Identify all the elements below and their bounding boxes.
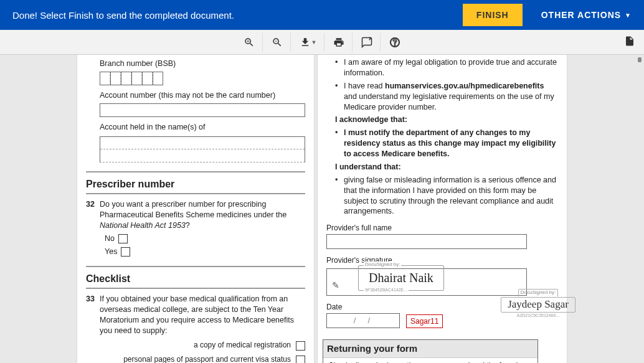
completion-message: Done! Select Finish to send the complete… [12,10,463,21]
side-signature: DocuSigned by: Jaydeep Sagar A2D21C5C351… [501,286,575,318]
download-icon [300,37,311,48]
understand-heading: I understand that: [335,162,558,172]
account-number-label: Account number (this may not be the card… [100,90,305,101]
docusign-tag: DocuSigned by: [364,262,401,268]
document-viewport[interactable]: Branch number (BSB) Account number (this… [0,55,644,363]
pen-icon: ✎ [332,280,339,291]
declaration-block: •I am aware of my legal obligation to pr… [335,57,558,217]
print-button[interactable] [326,33,353,52]
comment-button[interactable] [354,33,381,52]
q32-no-label: No [105,233,115,244]
q32-no-checkbox[interactable] [118,234,128,243]
chk2-label: personal pages of passport and current v… [123,354,291,363]
signature-name: Dhairat Naik [362,267,440,286]
provider-name-label: Provider's full name [326,223,558,233]
other-actions-dropdown[interactable]: OTHER ACTIONS ▼ [541,10,632,20]
account-number-input[interactable] [100,103,305,117]
download-button[interactable]: ▼ [292,33,325,52]
chk2-checkbox[interactable] [296,356,305,363]
provider-name-input[interactable] [326,234,527,249]
prescriber-section-title: Prescriber number [86,177,305,191]
zoom-out-icon [272,37,283,48]
signature-field[interactable]: ✎ DocuSigned by: Dhairat Naik 9F38452BAC… [326,268,527,296]
page-right: •I am aware of my legal obligation to pr… [318,55,567,363]
finish-button[interactable]: FINISH [463,4,523,26]
q33-number: 33 [86,294,100,336]
acknowledge-heading: I acknowledge that: [335,115,558,125]
initial-field[interactable]: Sagar11 [406,314,443,328]
side-signature-name: Jaydeep Sagar [501,297,575,313]
chk1-checkbox[interactable] [296,341,305,351]
caret-down-icon: ▼ [625,12,632,19]
side-signature-code: A2D21C5C3512466... [501,313,575,318]
returning-form-text: Check all required questions are answere… [328,361,533,363]
q32-yes-label: Yes [105,247,117,257]
decl-bullet-1: I am aware of my legal obligation to pro… [344,57,558,78]
chevron-down-icon: ▼ [311,39,317,45]
comment-icon [361,37,372,48]
q33-text: If you obtained your base medical qualif… [100,294,305,336]
print-icon [333,37,344,48]
chk1-label: a copy of medical registration [194,340,291,350]
page-left: Branch number (BSB) Account number (this… [77,55,314,363]
zoom-in-button[interactable] [236,33,263,52]
q32-number: 32 [86,199,100,231]
provider-signature-label: Provider's signature [326,255,558,265]
other-actions-label: OTHER ACTIONS [541,10,621,20]
q32-text: Do you want a prescriber number for pres… [100,199,305,231]
top-bar: Done! Select Finish to send the complete… [0,0,644,30]
document-menu-icon[interactable] [624,35,635,49]
zoom-out-button[interactable] [264,33,291,52]
branch-number-label: Branch number (BSB) [100,59,305,69]
help-icon: ? [389,37,400,48]
signature-code: 9F38452BAC4142E... [364,287,409,293]
checklist-section-title: Checklist [86,272,305,286]
bsb-input[interactable] [100,72,305,85]
q32-yes-checkbox[interactable] [121,247,130,257]
toolbar: ▼ ? [0,30,644,55]
side-docusign-tag: DocuSigned by: [518,289,558,296]
zoom-in-icon [244,37,255,48]
decl-bullet-4: giving false or misleading information i… [344,175,558,217]
returning-form-heading: Returning your form [323,340,537,358]
scrollbar-thumb[interactable] [638,57,642,62]
returning-form-box: Returning your form Check all required q… [323,339,538,363]
decl-bullet-3: I must notify the department of any chan… [344,128,558,159]
svg-text:?: ? [394,39,397,45]
account-name-input[interactable] [100,136,305,163]
date-input[interactable]: / / [326,313,400,328]
account-name-label: Account held in the name(s) of [100,122,305,133]
help-button[interactable]: ? [382,33,408,52]
decl-bullet-2: I have read humanservices.gov.au/hpmedic… [344,81,558,113]
